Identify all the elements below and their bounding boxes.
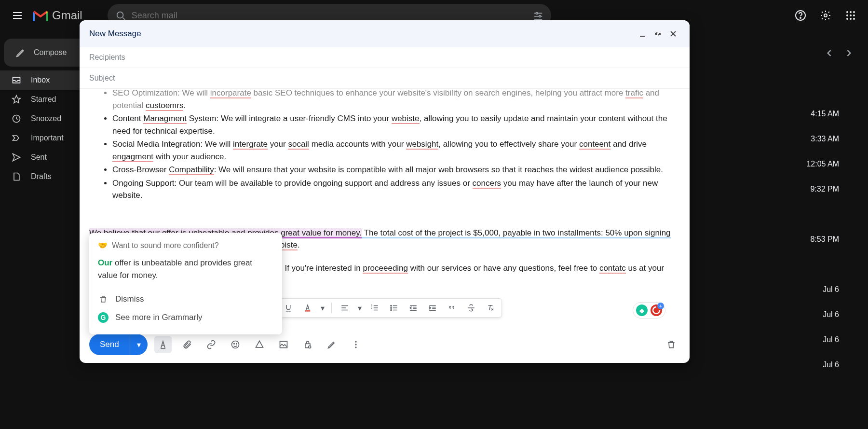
indent-more-icon[interactable] <box>426 302 439 314</box>
send-label: Send <box>89 334 130 355</box>
svg-point-5 <box>117 12 123 18</box>
svg-line-6 <box>122 18 125 20</box>
svg-point-31 <box>236 344 237 345</box>
list-item: Content Managment System: We will integr… <box>112 112 680 137</box>
svg-point-23 <box>853 18 855 20</box>
trash-icon[interactable] <box>663 336 680 353</box>
svg-point-52 <box>391 309 392 310</box>
clock-icon <box>12 114 21 124</box>
grammarly-dismiss-button[interactable]: Dismiss <box>98 290 273 308</box>
svg-point-37 <box>355 346 356 348</box>
sidebar-item-label: Inbox <box>31 76 50 84</box>
svg-point-18 <box>846 14 848 16</box>
recipients-field[interactable]: Recipients <box>80 47 690 68</box>
grammarly-prompt: 🤝 Want to sound more confident? <box>98 241 273 250</box>
numbered-list-icon[interactable]: 12 <box>368 302 381 314</box>
text-color-icon[interactable] <box>301 302 314 314</box>
compose-label: Compose <box>34 48 67 57</box>
grammarly-diamond-icon: ◆ <box>636 304 648 316</box>
chevron-left-icon[interactable] <box>825 48 834 58</box>
app-name: Gmail <box>52 9 82 22</box>
list-item: SEO Optimization: We will incorparate ba… <box>112 89 680 111</box>
grammarly-popup: 🤝 Want to sound more confident? Our offe… <box>89 233 282 334</box>
svg-point-30 <box>233 344 234 345</box>
svg-point-17 <box>853 11 855 13</box>
close-icon[interactable] <box>666 27 680 41</box>
svg-rect-38 <box>305 310 311 311</box>
tune-icon[interactable] <box>533 10 543 21</box>
sidebar-item-label: Important <box>31 134 64 142</box>
svg-point-35 <box>355 341 356 343</box>
svg-point-34 <box>308 346 311 348</box>
star-icon <box>12 95 21 104</box>
apps-icon[interactable] <box>841 6 860 25</box>
link-icon[interactable] <box>203 336 220 353</box>
svg-point-36 <box>355 344 356 345</box>
clear-format-icon[interactable] <box>484 302 497 314</box>
pencil-icon <box>15 47 26 58</box>
svg-point-13 <box>800 17 801 18</box>
align-icon[interactable] <box>339 302 351 314</box>
svg-point-20 <box>853 14 855 16</box>
list-item: Cross-Browser Compatbility: We will ensu… <box>112 164 680 176</box>
chevron-right-icon[interactable] <box>844 48 854 58</box>
bullet-list-icon[interactable] <box>388 302 400 314</box>
trash-icon <box>98 294 108 304</box>
svg-point-50 <box>391 305 392 306</box>
help-icon[interactable] <box>791 6 810 25</box>
emoji-icon[interactable] <box>227 336 244 353</box>
confidential-icon[interactable] <box>299 336 316 353</box>
svg-point-21 <box>846 18 848 20</box>
quote-icon[interactable] <box>446 302 458 314</box>
grammarly-suggestion[interactable]: Our offer is unbeatable and provides gre… <box>98 257 273 281</box>
svg-point-15 <box>846 11 848 13</box>
compose-header: New Message <box>80 20 690 47</box>
sidebar-item-label: Snoozed <box>31 114 61 123</box>
minimize-icon[interactable] <box>636 27 649 41</box>
file-icon <box>12 172 21 181</box>
more-icon[interactable] <box>347 336 365 353</box>
svg-point-10 <box>539 15 541 17</box>
signature-icon[interactable] <box>323 336 340 353</box>
sidebar-item-label: Sent <box>31 153 47 162</box>
svg-point-16 <box>850 11 852 13</box>
grammarly-logo-icon: G <box>98 312 108 323</box>
subject-field[interactable]: Subject <box>80 68 690 89</box>
inbox-icon <box>12 75 21 85</box>
sidebar-item-label: Drafts <box>31 172 52 181</box>
grammarly-seemore-button[interactable]: G See more in Grammarly <box>98 308 273 327</box>
format-icon[interactable] <box>154 336 172 353</box>
grammarly-badge[interactable]: ◆ + <box>633 302 665 318</box>
underline-icon[interactable] <box>282 302 295 314</box>
list-item: Ongoing Support: Our team will be availa… <box>112 177 680 202</box>
sidebar-item-label: Starred <box>31 95 56 104</box>
svg-text:2: 2 <box>371 307 373 309</box>
attach-icon[interactable] <box>178 336 196 353</box>
gmail-logo[interactable]: Gmail <box>33 9 82 22</box>
indent-less-icon[interactable] <box>407 302 420 314</box>
body-paragraph: . If you're interested in proceeeding wi… <box>280 262 680 275</box>
svg-point-8 <box>536 13 538 14</box>
search-input[interactable] <box>132 11 527 21</box>
list-item: Social Media Integration: We will interg… <box>112 138 680 163</box>
search-icon <box>115 10 126 21</box>
gear-icon[interactable] <box>816 6 835 25</box>
image-icon[interactable] <box>275 336 292 353</box>
svg-point-22 <box>850 18 852 20</box>
drive-icon[interactable] <box>251 336 268 353</box>
svg-point-51 <box>391 307 392 308</box>
format-toolbar: ▾ ▾ 12 <box>277 298 502 318</box>
send-icon <box>12 152 21 162</box>
important-icon <box>12 133 21 143</box>
pagination-arrows <box>825 48 854 58</box>
svg-point-19 <box>850 14 852 16</box>
send-button[interactable]: Send ▾ <box>89 334 148 355</box>
body-paragraph: oiste. <box>280 239 680 251</box>
fullscreen-icon[interactable] <box>651 27 665 41</box>
svg-point-29 <box>231 341 239 348</box>
send-more-dropdown[interactable]: ▾ <box>130 334 148 355</box>
menu-icon[interactable] <box>8 6 27 25</box>
compose-title: New Message <box>89 29 141 39</box>
strikethrough-icon[interactable] <box>465 302 477 314</box>
svg-point-14 <box>824 14 827 17</box>
